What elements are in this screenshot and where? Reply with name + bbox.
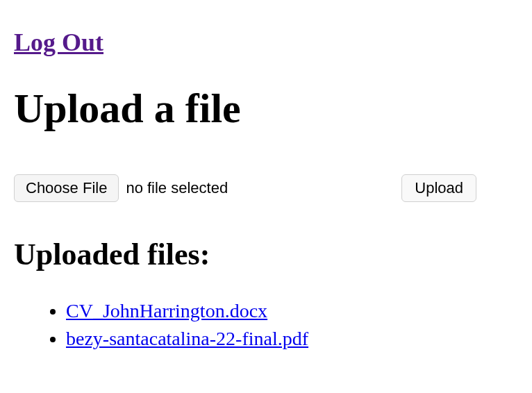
page-title: Upload a file [14, 85, 518, 133]
file-selection-status: no file selected [126, 179, 228, 197]
upload-form-row: Choose File no file selected Upload [14, 174, 518, 202]
choose-file-button[interactable]: Choose File [14, 174, 119, 202]
list-item: bezy-santacatalina-22-final.pdf [66, 328, 518, 350]
list-item: CV_JohnHarrington.docx [66, 300, 518, 322]
file-link[interactable]: bezy-santacatalina-22-final.pdf [66, 328, 308, 349]
uploaded-files-heading: Uploaded files: [14, 237, 518, 272]
logout-link[interactable]: Log Out [14, 28, 103, 57]
file-input-group: Choose File no file selected [14, 174, 228, 202]
uploaded-files-list: CV_JohnHarrington.docx bezy-santacatalin… [14, 300, 518, 350]
file-link[interactable]: CV_JohnHarrington.docx [66, 300, 267, 321]
upload-button[interactable]: Upload [401, 174, 476, 202]
